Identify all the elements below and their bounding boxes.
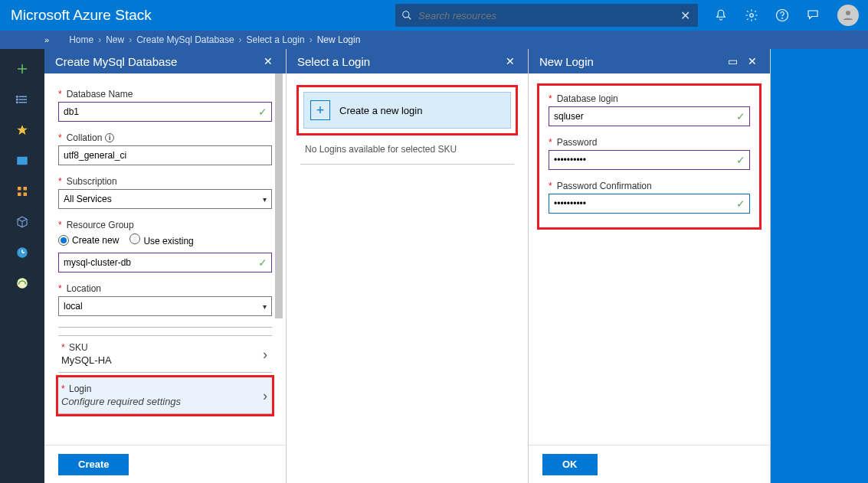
svg-rect-19	[24, 193, 28, 197]
breadcrumb-item[interactable]: New	[106, 34, 124, 45]
svg-rect-15	[17, 157, 28, 165]
close-icon[interactable]: ✕	[742, 55, 762, 67]
collation-label: Collation	[67, 132, 103, 143]
subscription-label: Subscription	[67, 176, 117, 187]
search-box[interactable]: ✕	[395, 4, 698, 27]
close-icon[interactable]: ✕	[500, 55, 520, 67]
sku-nav[interactable]: * SKU MySQL-HA ›	[58, 335, 272, 373]
blade-title: New Login	[539, 55, 722, 68]
svg-rect-18	[18, 193, 21, 197]
collation-input[interactable]	[58, 145, 272, 165]
svg-point-0	[403, 11, 409, 18]
plus-icon: +	[310, 100, 330, 120]
rg-use-radio[interactable]: Use existing	[129, 233, 193, 246]
nav-clock-icon[interactable]	[0, 237, 44, 268]
maximize-icon[interactable]: ▭	[722, 55, 742, 67]
expand-nav-icon[interactable]: »	[44, 35, 49, 44]
dblogin-label: Database login	[557, 93, 618, 104]
svg-line-22	[22, 219, 27, 221]
dbname-input[interactable]	[58, 102, 272, 122]
info-icon[interactable]: i	[105, 133, 114, 142]
nav-favorite-icon[interactable]	[0, 115, 44, 145]
create-new-login-tile[interactable]: + Create a new login	[303, 92, 511, 129]
svg-rect-17	[24, 187, 28, 191]
help-icon[interactable]	[767, 0, 798, 31]
nav-list-icon[interactable]	[0, 84, 44, 115]
notifications-icon[interactable]	[706, 0, 736, 31]
password-confirm-label: Password Confirmation	[557, 181, 652, 191]
login-nav[interactable]: * Login Configure required settings ›	[58, 377, 272, 414]
blade-select-login: Select a Login ✕ + Create a new login No…	[287, 49, 529, 483]
nav-meter-icon[interactable]	[0, 268, 44, 299]
location-select[interactable]: local▾	[58, 296, 272, 316]
ok-button[interactable]: OK	[542, 454, 598, 475]
rg-input[interactable]	[58, 253, 272, 273]
breadcrumb-item[interactable]: Create MySql Database	[136, 34, 234, 45]
chevron-right-icon: ›	[263, 387, 267, 403]
svg-point-13	[17, 102, 18, 103]
close-icon[interactable]: ✕	[258, 55, 278, 67]
dbname-label: Database Name	[67, 89, 133, 100]
chevron-down-icon: ▾	[263, 302, 267, 311]
nav-grid-icon[interactable]	[0, 176, 44, 207]
no-logins-text: No Logins available for selected SKU	[300, 141, 514, 161]
search-input[interactable]	[418, 10, 673, 21]
search-icon	[401, 10, 412, 21]
svg-line-21	[18, 219, 22, 221]
breadcrumb-item[interactable]: Select a Login	[247, 34, 305, 45]
svg-marker-14	[17, 125, 28, 135]
scrollbar[interactable]	[277, 73, 284, 445]
location-label: Location	[67, 283, 101, 294]
blade-title: Create MySql Database	[55, 55, 258, 68]
top-bar: Microsoft Azure Stack ✕	[0, 0, 868, 31]
blade-new-login: New Login ▭ ✕ *Database login ✓ *Passwor…	[529, 49, 771, 483]
brand-title: Microsoft Azure Stack	[0, 7, 152, 24]
svg-point-4	[782, 18, 783, 18]
breadcrumb-item[interactable]: Home	[69, 34, 93, 45]
svg-point-2	[750, 14, 754, 18]
nav-cube-icon[interactable]	[0, 207, 44, 237]
breadcrumb: » Home› New› Create MySql Database› Sele…	[0, 31, 868, 49]
blade-create-mysql: Create MySql Database ✕ *Database Name ✓…	[44, 49, 287, 483]
password-confirm-input[interactable]	[549, 194, 750, 214]
nav-new-icon[interactable]	[0, 54, 44, 84]
svg-point-12	[17, 99, 18, 100]
svg-point-11	[17, 96, 18, 98]
clear-search-icon[interactable]: ✕	[673, 8, 698, 23]
password-input[interactable]	[549, 150, 750, 170]
rg-label: Resource Group	[67, 220, 134, 230]
chevron-down-icon: ▾	[263, 195, 267, 204]
dblogin-input[interactable]	[549, 106, 750, 126]
settings-icon[interactable]	[736, 0, 767, 31]
svg-point-5	[846, 11, 850, 15]
svg-rect-16	[18, 187, 21, 191]
breadcrumb-current: New Login	[317, 34, 361, 45]
rg-create-radio[interactable]: Create new	[58, 235, 119, 246]
feedback-icon[interactable]	[798, 0, 828, 31]
nav-dashboard-icon[interactable]	[0, 145, 44, 176]
svg-line-1	[408, 17, 411, 20]
password-label: Password	[557, 137, 598, 148]
blade-title: Select a Login	[297, 55, 500, 68]
chevron-right-icon: ›	[263, 346, 267, 362]
user-avatar[interactable]	[837, 5, 859, 26]
subscription-select[interactable]: All Services▾	[58, 189, 272, 209]
create-button[interactable]: Create	[58, 454, 129, 475]
blade-background	[771, 49, 868, 483]
left-nav	[0, 49, 44, 483]
